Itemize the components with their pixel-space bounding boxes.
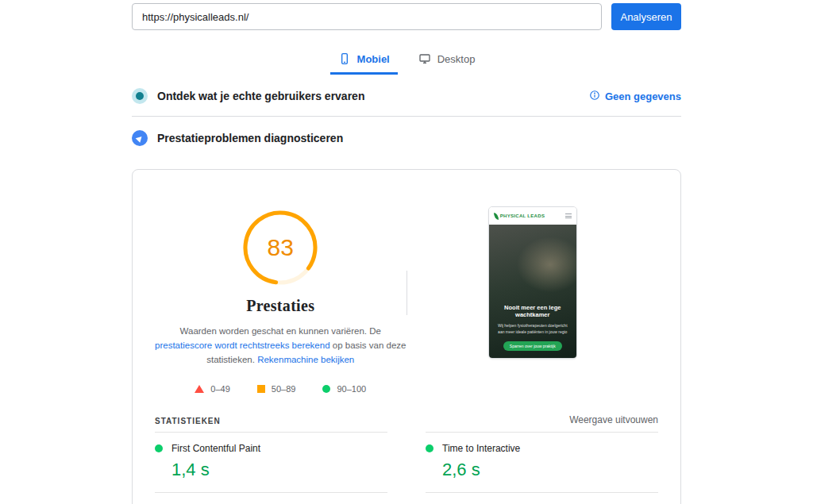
site-body-text: Wij helpen fysiotherapeuten doelgericht … xyxy=(495,323,571,335)
good-circle-icon xyxy=(322,385,330,393)
average-square-icon xyxy=(257,385,265,393)
metric-value: 2,6 s xyxy=(426,460,658,480)
poor-triangle-icon xyxy=(195,385,204,393)
metric-total-blocking-time: Total Blocking Time 50 ms xyxy=(426,492,658,504)
metric-speed-index: Speed Index 1,4 s xyxy=(155,492,387,504)
tab-desktop[interactable]: Desktop xyxy=(410,44,484,75)
tab-desktop-label: Desktop xyxy=(437,53,476,65)
phone-icon xyxy=(338,52,351,65)
main-container: Analyseren Mobiel Desktop xyxy=(132,0,681,504)
legend-poor: 0–49 xyxy=(195,384,229,394)
url-bar: Analyseren xyxy=(132,0,681,30)
legend-average-range: 50–89 xyxy=(272,384,296,394)
site-logo-text: PHYSICAL LEADS xyxy=(500,214,545,218)
no-data-link[interactable]: Geen gegevens xyxy=(589,90,681,103)
url-input[interactable] xyxy=(132,3,602,30)
score-panel: 83 Prestaties Waarden worden geschat en … xyxy=(155,192,406,394)
metric-first-contentful-paint: First Contentful Paint 1,4 s xyxy=(155,432,387,492)
leaf-icon xyxy=(494,213,499,220)
info-icon xyxy=(589,90,600,103)
hamburger-menu-icon xyxy=(565,214,572,218)
thumbnail-site-header: PHYSICAL LEADS xyxy=(489,207,576,225)
card-top: 83 Prestaties Waarden worden geschat en … xyxy=(155,192,658,394)
performance-gauge[interactable]: 83 xyxy=(242,210,318,286)
field-data-icon xyxy=(132,88,148,104)
score-calc-link[interactable]: prestatiescore wordt rechtstreeks bereke… xyxy=(155,340,330,350)
metric-time-to-interactive: Time to Interactive 2,6 s xyxy=(426,432,658,492)
site-logo: PHYSICAL LEADS xyxy=(494,213,545,220)
performance-score: 83 xyxy=(242,210,318,286)
expand-view-link[interactable]: Weergave uitvouwen xyxy=(569,414,658,425)
tab-mobile-label: Mobiel xyxy=(357,53,390,65)
legend-average: 50–89 xyxy=(257,384,296,394)
calculator-link[interactable]: Rekenmachine bekijken xyxy=(257,355,354,364)
good-status-icon xyxy=(155,444,163,452)
performance-description: Waarden worden geschat en kunnen variëre… xyxy=(155,325,406,367)
thumbnail-hero: Nooit meer een lege wachtkamer Wij helpe… xyxy=(489,225,576,358)
analyze-button[interactable]: Analyseren xyxy=(611,3,681,30)
score-legend: 0–49 50–89 90–100 xyxy=(195,384,366,394)
page-screenshot-thumbnail[interactable]: PHYSICAL LEADS Nooit meer een lege wacht… xyxy=(488,206,577,359)
performance-card: 83 Prestaties Waarden worden geschat en … xyxy=(132,169,681,504)
legend-good-range: 90–100 xyxy=(337,384,366,394)
metrics-label: STATISTIEKEN xyxy=(155,417,221,425)
legend-poor-range: 0–49 xyxy=(210,384,229,394)
diagnose-icon xyxy=(132,130,148,146)
desc-text-1: Waarden worden geschat en kunnen variëre… xyxy=(180,326,381,336)
diagnose-title: Prestatieproblemen diagnosticeren xyxy=(157,132,681,144)
tab-mobile[interactable]: Mobiel xyxy=(330,44,398,75)
metrics-grid: First Contentful Paint 1,4 s Speed Index… xyxy=(155,432,658,504)
metric-value: 1,4 s xyxy=(155,460,387,480)
diagnose-section: Prestatieproblemen diagnosticeren xyxy=(132,117,681,158)
field-data-section: Ontdek wat je echte gebruikers ervaren G… xyxy=(132,75,681,117)
metric-name: Time to Interactive xyxy=(442,443,520,454)
legend-good: 90–100 xyxy=(322,384,366,394)
desktop-icon xyxy=(418,52,431,65)
good-status-icon xyxy=(426,444,433,452)
performance-title: Prestaties xyxy=(246,297,314,315)
site-cta-button: Sparren over jouw praktijk xyxy=(503,341,562,351)
site-headline: Nooit meer een lege wachtkamer xyxy=(495,304,571,320)
metrics-header: STATISTIEKEN Weergave uitvouwen xyxy=(155,414,658,432)
metric-name: First Contentful Paint xyxy=(171,443,260,454)
no-data-label: Geen gegevens xyxy=(605,90,681,102)
field-data-title: Ontdek wat je echte gebruikers ervaren xyxy=(157,90,580,102)
device-tabs: Mobiel Desktop xyxy=(132,44,681,75)
screenshot-panel: PHYSICAL LEADS Nooit meer een lege wacht… xyxy=(407,192,659,394)
